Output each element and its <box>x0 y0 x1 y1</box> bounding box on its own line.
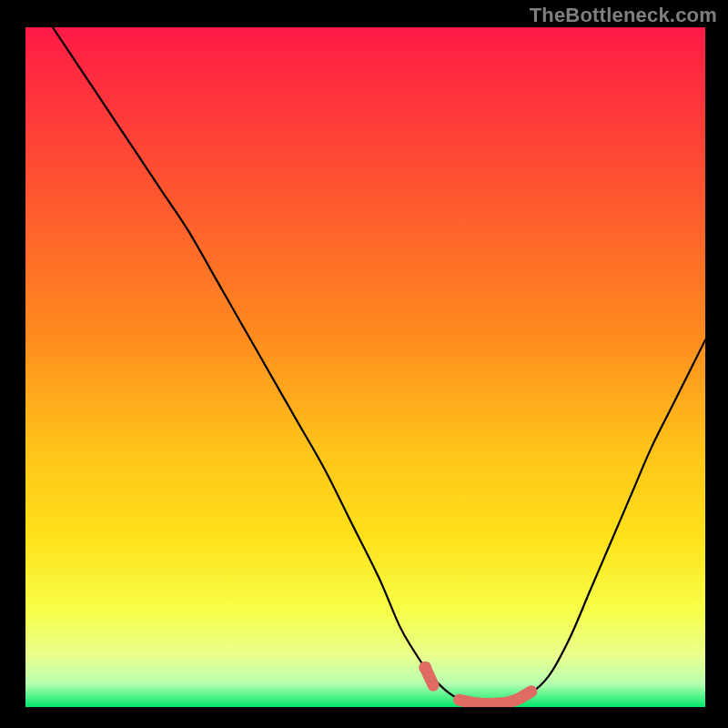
chart-svg <box>25 27 705 707</box>
highlight-dot <box>419 662 431 674</box>
chart-area <box>25 27 705 707</box>
attribution-text: TheBottleneck.com <box>530 4 717 27</box>
gradient-background <box>25 27 705 707</box>
